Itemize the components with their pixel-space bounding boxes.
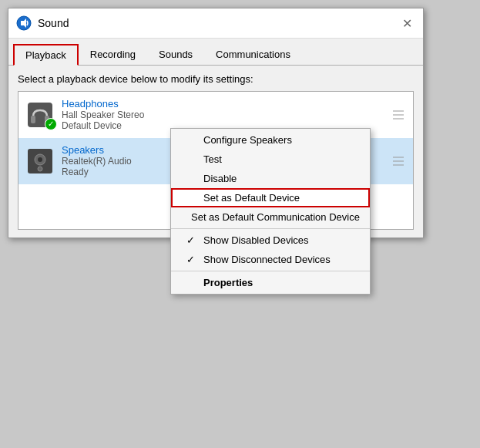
tab-bar: Playback Recording Sounds Communications — [8, 39, 423, 66]
sound-dialog: Sound ✕ Playback Recording Sounds Commun… — [8, 8, 424, 238]
svg-rect-3 — [31, 116, 35, 123]
tab-sounds[interactable]: Sounds — [147, 44, 204, 66]
ctx-show-disabled[interactable]: ✓ Show Disabled Devices — [171, 231, 370, 250]
default-check-icon: ✓ — [45, 118, 57, 130]
tab-recording[interactable]: Recording — [79, 44, 147, 66]
ctx-separator-1 — [171, 228, 370, 229]
ctx-show-disconnected[interactable]: ✓ Show Disconnected Devices — [171, 250, 370, 269]
svg-point-8 — [38, 167, 42, 171]
close-button[interactable]: ✕ — [398, 15, 415, 32]
title-bar-left: Sound — [16, 15, 69, 31]
tab-playback[interactable]: Playback — [13, 44, 79, 66]
ctx-test[interactable]: Test — [171, 150, 370, 169]
speakers-icon — [26, 147, 54, 175]
ctx-set-default[interactable]: Set as Default Device — [171, 188, 370, 207]
ctx-properties[interactable]: Properties — [171, 273, 370, 292]
headphones-info: Headphones Hall Speaker Stereo Default D… — [62, 98, 385, 131]
headphones-desc: Hall Speaker Stereo — [62, 109, 385, 120]
window-title: Sound — [38, 17, 69, 29]
scroll-indicator — [393, 110, 404, 120]
instructions-text: Select a playback device below to modify… — [18, 73, 414, 85]
context-menu: Configure Speakers Test Disable Set as D… — [170, 128, 371, 295]
scroll-indicator-2 — [393, 157, 404, 166]
ctx-separator-2 — [171, 271, 370, 271]
ctx-set-default-comm[interactable]: Set as Default Communication Device — [171, 207, 370, 227]
ctx-disable[interactable]: Disable — [171, 169, 370, 188]
headphones-icon: ✓ — [26, 101, 54, 129]
sound-icon — [16, 15, 32, 31]
tab-communications[interactable]: Communications — [204, 44, 302, 66]
svg-point-7 — [38, 157, 42, 162]
headphones-name: Headphones — [62, 98, 385, 109]
title-bar: Sound ✕ — [8, 8, 423, 39]
ctx-configure-speakers[interactable]: Configure Speakers — [171, 130, 370, 150]
